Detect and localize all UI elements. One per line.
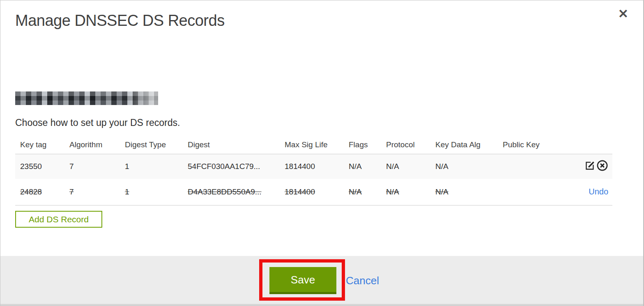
col-header-public-key: Public Key: [498, 136, 559, 154]
close-icon[interactable]: ✕: [618, 8, 628, 20]
cell-flags: N/A: [344, 154, 381, 179]
cell-digest: 54FCF030AA1C79...: [183, 154, 280, 179]
col-header-digest: Digest: [183, 136, 280, 154]
col-header-key-data-alg: Key Data Alg: [430, 136, 498, 154]
cell-public-key: [498, 179, 559, 205]
redacted-domain-name: [15, 91, 158, 105]
cancel-link[interactable]: Cancel: [346, 274, 379, 287]
table-header-row: Key tag Algorithm Digest Type Digest Max…: [15, 136, 612, 154]
cell-max-sig-life: 1814400: [280, 154, 344, 179]
table-row-deleted: 24828 7 1 D4A33E8DD550A9... 1814400 N/A …: [15, 179, 612, 205]
cell-public-key: [498, 154, 559, 179]
cell-actions: Undo: [559, 179, 612, 205]
page-title: Manage DNSSEC DS Records: [15, 12, 225, 30]
dnssec-modal: { "modal": { "title": "Manage DNSSEC DS …: [0, 0, 644, 306]
cell-key-tag: 24828: [15, 179, 64, 205]
col-header-digest-type: Digest Type: [120, 136, 183, 154]
cell-digest: D4A33E8DD550A9...: [183, 179, 280, 205]
ds-records-table: Key tag Algorithm Digest Type Digest Max…: [15, 136, 612, 206]
cell-key-data-alg: N/A: [430, 179, 498, 205]
col-header-flags: Flags: [344, 136, 381, 154]
subtitle-text: Choose how to set up your DS records.: [15, 117, 180, 128]
col-header-key-tag: Key tag: [15, 136, 64, 154]
circle-x-icon[interactable]: [596, 160, 608, 174]
cell-protocol: N/A: [381, 154, 430, 179]
cell-algorithm: 7: [64, 154, 120, 179]
cell-algorithm: 7: [64, 179, 120, 205]
cell-key-data-alg: N/A: [430, 154, 498, 179]
cell-actions: [559, 154, 612, 179]
cell-flags: N/A: [344, 179, 381, 205]
col-header-protocol: Protocol: [381, 136, 430, 154]
undo-link[interactable]: Undo: [589, 187, 608, 196]
save-button[interactable]: Save: [269, 267, 336, 294]
cell-protocol: N/A: [381, 179, 430, 205]
col-header-max-sig-life: Max Sig Life: [280, 136, 344, 154]
table-row: 23550 7 1 54FCF030AA1C79... 1814400 N/A …: [15, 154, 612, 179]
cell-digest-type: 1: [120, 154, 183, 179]
background-page-edge: [0, 304, 643, 306]
edit-icon[interactable]: [584, 160, 596, 173]
col-header-algorithm: Algorithm: [64, 136, 120, 154]
cell-digest-type: 1: [120, 179, 183, 205]
col-header-actions: [559, 136, 612, 154]
add-ds-record-button[interactable]: Add DS Record: [15, 211, 102, 228]
cell-key-tag: 23550: [15, 154, 64, 179]
cell-max-sig-life: 1814400: [280, 179, 344, 205]
